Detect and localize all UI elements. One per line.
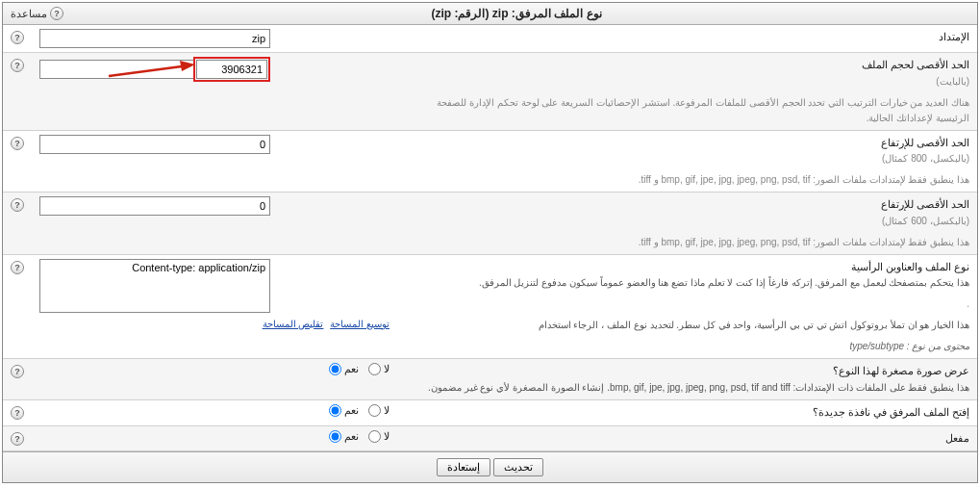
mime-label: نوع الملف والعناوين الرأسية	[405, 259, 969, 276]
help-icon[interactable]: ?	[11, 432, 24, 446]
button-bar	[3, 451, 977, 482]
newwindow-label: إفتح الملف المرفق في نافذة جديدة؟	[397, 399, 977, 425]
help-icon[interactable]: ?	[11, 365, 24, 378]
maxsize-input-ext[interactable]	[39, 60, 193, 79]
newwindow-yes[interactable]: نعم	[329, 404, 359, 417]
thumb-label: عرض صورة مصغرة لهذا النوع؟	[405, 363, 969, 380]
settings-table: الإمتداد ? الحد الأقصى لحجم الملف (بالبا…	[3, 25, 977, 451]
help-icon[interactable]: ?	[11, 31, 24, 44]
help-icon[interactable]: ?	[11, 198, 24, 212]
help-label: مساعدة	[11, 8, 47, 20]
newwindow-no[interactable]: لا	[368, 404, 389, 417]
thumb-desc: هذا ينطبق فقط على الملفات ذات الإمتدادات…	[405, 380, 969, 396]
maxsize-sub: (بالبايت)	[405, 74, 969, 90]
help-icon[interactable]: ?	[11, 59, 24, 72]
update-button[interactable]	[493, 458, 543, 476]
mime-desc3: محتوى من نوع : type/subtype	[405, 339, 969, 354]
maxsize-label: الحد الأقصى لحجم الملف	[405, 57, 969, 74]
extension-label: الإمتداد	[397, 25, 977, 53]
maxwidth-sub: (بالبكسل، 600 كمثال)	[405, 214, 969, 229]
maxsize-highlight	[193, 57, 270, 82]
maxsize-note: هناك العديد من خيارات الترتيب التي تحدد …	[405, 95, 969, 126]
thumb-yes[interactable]: نعم	[329, 363, 359, 375]
expand-link[interactable]: توسيع المساحة	[330, 319, 389, 329]
help-icon[interactable]: ?	[11, 261, 24, 274]
reset-button[interactable]	[437, 458, 490, 476]
help-button[interactable]: ? مساعدة	[11, 7, 63, 20]
enabled-no[interactable]: لا	[368, 430, 389, 443]
enabled-label: مفعل	[397, 425, 977, 451]
mime-desc: هذا يتحكم بمتصفحك ليعمل مع المرفق. إتركه…	[405, 275, 969, 291]
mime-textarea[interactable]	[39, 259, 270, 313]
maxheight-input[interactable]	[39, 135, 270, 154]
help-icon[interactable]: ?	[11, 137, 24, 150]
thumb-no[interactable]: لا	[368, 363, 389, 375]
maxwidth-input[interactable]	[39, 196, 270, 216]
collapse-link[interactable]: تقليص المساحة	[263, 319, 324, 329]
newwindow-radio-group: نعم لا	[39, 404, 389, 417]
thumb-radio-group: نعم لا	[39, 363, 389, 375]
extension-input[interactable]	[39, 29, 270, 48]
help-icon[interactable]: ?	[11, 406, 24, 420]
help-icon: ?	[50, 7, 63, 20]
maxwidth-note: هذا ينطبق فقط لإمتدادات ملفات الصور: bmp…	[405, 235, 969, 250]
page-title: نوع الملف المرفق: zip (الرقم: zip)	[63, 7, 969, 20]
maxheight-label: الحد الأقصى للإرتفاع	[405, 135, 969, 152]
maxheight-sub: (بالبكسل، 800 كمثال)	[405, 151, 969, 167]
maxsize-input[interactable]	[196, 60, 267, 79]
maxheight-note: هذا ينطبق فقط لإمتدادات ملفات الصور: bmp…	[405, 172, 969, 188]
maxwidth-label: الحد الأقصى للإرتفاع	[405, 196, 969, 214]
enabled-radio-group: نعم لا	[39, 430, 389, 443]
enabled-yes[interactable]: نعم	[329, 430, 359, 443]
title-bar: نوع الملف المرفق: zip (الرقم: zip) ? مسا…	[3, 3, 977, 25]
mime-desc2: هذا الخيار هو ان تملأ بروتوكول اتش تي تي…	[405, 318, 969, 333]
